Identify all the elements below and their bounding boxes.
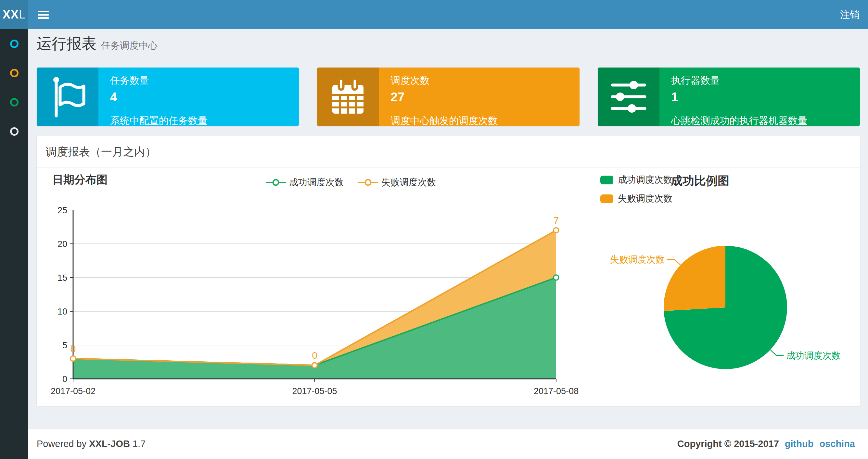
info-box-triggers: 调度次数 27 调度中心触发的调度次数 (317, 67, 579, 126)
svg-text:10: 10 (58, 307, 67, 317)
circle-icon (10, 40, 19, 48)
app-logo[interactable]: XXL (0, 0, 28, 29)
sidebar-item-2[interactable] (0, 59, 28, 88)
circle-icon (10, 69, 19, 77)
powered-by-text: Powered by XXL-JOB 1.7 (37, 438, 146, 449)
sliders-icon (598, 67, 659, 126)
circle-icon (10, 98, 19, 106)
info-box-label: 调度次数 (391, 74, 579, 87)
svg-text:2017-05-05: 2017-05-05 (292, 386, 337, 396)
svg-text:失败调度次数: 失败调度次数 (610, 255, 664, 265)
sidebar-item-3[interactable] (0, 88, 28, 117)
legend-label: 成功调度次数 (289, 176, 344, 189)
info-box-label: 执行器数量 (671, 74, 860, 87)
svg-text:0: 0 (70, 343, 76, 354)
info-box-value: 27 (391, 90, 579, 104)
report-panel: 调度报表（一月之内） 日期分布图 成功调度次数 失败调度次数 051015202… (37, 136, 860, 406)
legend-label: 失败调度次数 (381, 176, 436, 189)
legend-swatch (600, 175, 613, 185)
sidebar-toggle-button[interactable] (28, 0, 58, 29)
sidebar (0, 29, 28, 459)
page-subtitle: 任务调度中心 (101, 40, 158, 51)
sidebar-item-4[interactable] (0, 117, 28, 146)
info-box-jobs: 任务数量 4 系统中配置的任务数量 (37, 67, 299, 126)
github-link[interactable]: github (785, 438, 814, 449)
svg-text:成功调度次数: 成功调度次数 (786, 351, 841, 361)
panel-header: 调度报表（一月之内） (37, 136, 860, 168)
footer: Powered by XXL-JOB 1.7 Copyright © 2015-… (28, 428, 868, 459)
panel-title: 调度报表（一月之内） (46, 145, 156, 158)
svg-text:5: 5 (62, 340, 67, 350)
line-legend-marker (358, 179, 378, 186)
info-box-description: 调度中心触发的调度次数 (391, 114, 579, 126)
info-box-description: 心跳检测成功的执行器机器数量 (671, 114, 860, 126)
flag-icon (37, 67, 98, 126)
info-box-value: 1 (671, 90, 860, 104)
info-box-row: 任务数量 4 系统中配置的任务数量 调度次数 (37, 67, 860, 126)
info-box-label: 任务数量 (110, 74, 299, 87)
svg-text:7: 7 (554, 215, 559, 226)
svg-text:0: 0 (312, 350, 317, 361)
line-chart-title: 日期分布图 (52, 172, 107, 187)
page-header: 运行报表任务调度中心 (37, 34, 158, 54)
svg-text:2017-05-02: 2017-05-02 (51, 386, 95, 396)
info-box-description: 系统中配置的任务数量 (110, 114, 299, 126)
line-chart-legend: 成功调度次数 失败调度次数 (266, 176, 436, 189)
svg-text:25: 25 (58, 205, 67, 215)
calendar-icon (317, 67, 379, 126)
sidebar-item-1[interactable] (0, 29, 28, 59)
svg-text:15: 15 (58, 273, 67, 283)
date-distribution-chart: 05101520252017-05-022017-05-052017-05-08… (37, 200, 583, 401)
logo-text-bold: XX (3, 8, 19, 22)
logout-link[interactable]: 注销 (840, 8, 860, 22)
svg-text:2017-05-08: 2017-05-08 (534, 386, 579, 396)
pie-chart-title: 成功比例图 (671, 173, 729, 189)
circle-icon (10, 127, 19, 136)
oschina-link[interactable]: oschina (819, 438, 855, 449)
svg-text:0: 0 (62, 374, 67, 384)
success-ratio-pie-chart: 成功调度次数失败调度次数 (598, 197, 860, 408)
info-box-value: 4 (110, 90, 299, 104)
top-navbar: XXL 注销 (0, 0, 868, 29)
logo-text-light: L (19, 8, 26, 22)
line-legend-marker (266, 179, 286, 186)
page-title: 运行报表 (37, 35, 96, 52)
pie-legend-item-success[interactable]: 成功调度次数 (600, 174, 673, 186)
legend-item-success[interactable]: 成功调度次数 (266, 176, 344, 189)
hamburger-icon (38, 11, 49, 19)
copyright-text: Copyright © 2015-2017 (677, 438, 779, 449)
legend-label: 成功调度次数 (618, 174, 673, 186)
legend-item-fail[interactable]: 失败调度次数 (358, 176, 436, 189)
info-box-executors: 执行器数量 1 心跳检测成功的执行器机器数量 (598, 67, 860, 126)
svg-text:20: 20 (58, 239, 67, 249)
